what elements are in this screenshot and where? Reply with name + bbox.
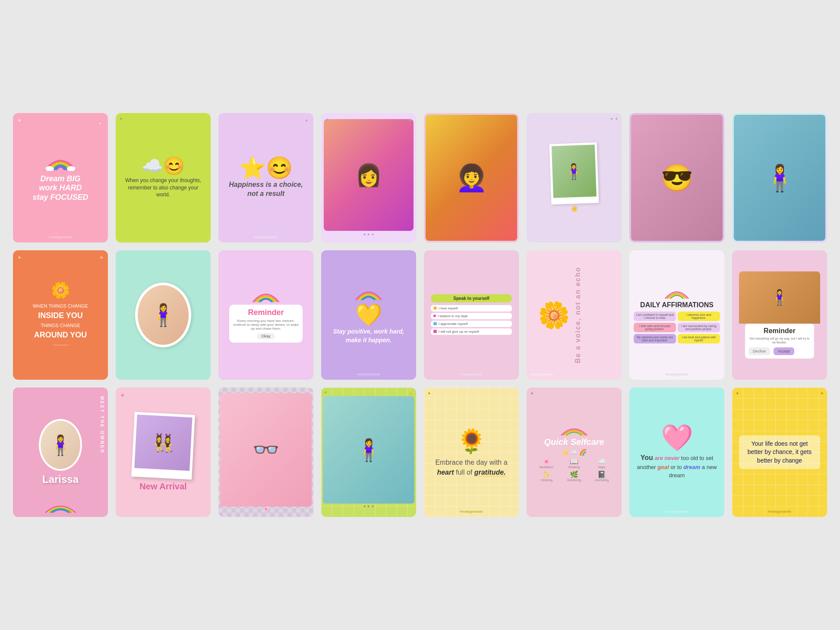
speak-content: Speak to yourself I love myself I believ… bbox=[431, 294, 512, 336]
selfcare-reading: 📖 Reading bbox=[561, 457, 587, 469]
reminder2-body: Not everything will go my way, but I wil… bbox=[748, 337, 811, 345]
cloud-icon: ☁️😊 bbox=[142, 157, 185, 174]
card-checkered: 👓 🌸 bbox=[218, 387, 313, 517]
decline-button[interactable]: Decline bbox=[748, 347, 770, 355]
reminder2-title: Reminder bbox=[748, 327, 811, 335]
affirmation-3: I appreciate myself bbox=[431, 321, 512, 327]
flower-small: 🌸 bbox=[263, 507, 268, 511]
aff-cell-6: I am kind and patient with myself. bbox=[678, 334, 720, 343]
owner-name: Larissa bbox=[42, 473, 79, 485]
selfcare-gardening: 🌿 Gardening bbox=[561, 470, 587, 482]
hashtag-24: #reallygreatsite bbox=[768, 510, 791, 513]
card-grid-photo: ✦ ★ 🧍‍♀️ ★ ★ ★ bbox=[321, 387, 416, 517]
hashtag-15: #reallygreatsite bbox=[665, 372, 688, 376]
card-dream-big: ✦ ✦ Dream BIG work HARD stay FOCUSED #re… bbox=[13, 113, 108, 243]
life-better-text: Your life does not get better by chance,… bbox=[739, 435, 820, 469]
aff-cell-5: My opinions and needs are valid and impo… bbox=[634, 334, 676, 343]
new-arrival-frame: 👯‍♀️ bbox=[131, 412, 195, 479]
never-too-old-text: You are never too old to set another goa… bbox=[636, 453, 717, 480]
card-quick-selfcare: ✦ Quick Selfcare ⭐ ☁️ 🌈 🌸 Meditation 📖 R… bbox=[527, 387, 622, 517]
embrace-text: Embrace the day with a heart full of gra… bbox=[431, 458, 512, 477]
affirmation-4: I will not give up on myself bbox=[431, 328, 512, 335]
stay-positive-text: Stay positive, work hard, make it happen… bbox=[328, 328, 409, 344]
decline-accept-group: Decline Accept bbox=[748, 347, 811, 355]
hashtag-1: #reallygreatsite bbox=[49, 235, 72, 239]
selfcare-cleaning: ✨ Cleaning bbox=[534, 470, 559, 482]
hashtag-23: #reallygreatsite bbox=[665, 510, 688, 513]
aff-cell-2: I deserve love and happiness. bbox=[678, 312, 720, 321]
card-photo-rainbow: ✦ ✦ 🧍‍♀️ ☀️ bbox=[527, 113, 622, 243]
affirmations-grid: I am confident in myself and I choose to… bbox=[634, 312, 720, 343]
reminder-body: Every morning you have two choices: cont… bbox=[233, 319, 299, 331]
flower-voice-icon: 🌼 bbox=[534, 300, 574, 331]
photo-smiling: 😎 bbox=[631, 115, 723, 241]
checkered-photo: 👓 bbox=[220, 393, 312, 507]
heart-smile-icon: 🩷 bbox=[661, 425, 693, 451]
rainbow-icon-17 bbox=[43, 501, 78, 513]
card-new-arrival: ✦ 👯‍♀️ New Arrival bbox=[116, 387, 211, 517]
grid-photo: 🧍‍♀️ bbox=[323, 396, 414, 503]
accept-button[interactable]: Accept bbox=[774, 347, 794, 355]
quick-selfcare-title: Quick Selfcare bbox=[544, 437, 604, 447]
reminder-title: Reminder bbox=[233, 308, 299, 317]
daily-affirmations-title: DAILY AFFIRMATIONS bbox=[640, 301, 714, 309]
affirmation-2: I believe in my style bbox=[431, 313, 512, 319]
selfcare-meditation: 🌸 Meditation bbox=[534, 457, 559, 469]
change-thoughts-text: When you change your thoughts, remember … bbox=[123, 177, 204, 198]
embrace-content: 🌻 Embrace the day with a heart full of g… bbox=[431, 427, 512, 477]
aff-cell-4: I am surrounded by caring and positive p… bbox=[678, 323, 720, 332]
stars-small: ★ ★ ★ bbox=[363, 504, 374, 508]
photo-reminder2: 🧍‍♀️ bbox=[739, 271, 820, 324]
card-photo-sunglasses: ✦ ✦ 👩 ★ ★ ★ bbox=[321, 113, 416, 243]
rainbow-icon bbox=[43, 154, 78, 171]
photo-sunglasses: 👩 bbox=[324, 119, 414, 231]
card-photo-friends: 🧍‍♀️ bbox=[116, 250, 211, 380]
rainbow-icon-11 bbox=[251, 288, 281, 303]
card-speak-yourself: Speak to yourself I love myself I believ… bbox=[424, 250, 519, 380]
new-arrival-label: New Arrival bbox=[139, 482, 186, 491]
stay-focused-text: stay FOCUSED bbox=[32, 193, 88, 202]
photo-gradient: 🧍‍♀️ bbox=[734, 115, 825, 241]
card-happiness: ✦ ⭐😊 Happiness is a choice, not a result… bbox=[218, 113, 313, 243]
aff-cell-1: I am confident in myself and I choose to… bbox=[634, 312, 676, 321]
photo-friends: 🧍‍♀️ bbox=[135, 283, 191, 347]
card-meet-owner: MEET THE OWNER 🧍‍♀️ Larissa bbox=[13, 387, 108, 517]
card-embrace-day: ✦ 🌻 Embrace the day with a heart full of… bbox=[424, 387, 519, 517]
hashtag-13: #reallygreatsite bbox=[460, 372, 483, 376]
selfcare-journaling: 📓 Journaling bbox=[589, 470, 615, 482]
hashtag-3: #reallygreatsite bbox=[254, 235, 278, 239]
star-icon: ⭐😊 bbox=[239, 157, 293, 179]
meet-owner-text: MEET THE OWNER bbox=[100, 396, 104, 454]
card-reminder2: 🧍‍♀️ Reminder Not everything will go my … bbox=[732, 250, 827, 380]
be-voice-text: Be a voice, not an echo bbox=[574, 267, 615, 363]
speak-label: Speak to yourself bbox=[431, 294, 512, 302]
reminder2-box: Reminder Not everything will go my way, … bbox=[745, 324, 814, 359]
polaroid-frame: 🧍‍♀️ bbox=[549, 142, 599, 205]
flower-smile-icon: 🌻 bbox=[457, 427, 486, 455]
okay-button[interactable]: Okay bbox=[257, 333, 275, 339]
hashtag-12: #reallygreatsite bbox=[357, 372, 380, 376]
card-when-things-change: ✦ ✦ 🌼 WHEN THINGS CHANGE INSIDE YOU THIN… bbox=[13, 250, 108, 380]
photo-braids: 👩‍🦱 bbox=[426, 115, 517, 241]
card-gradient-photo: 🧍‍♀️ bbox=[732, 113, 827, 243]
dream-big-text: Dream BIG bbox=[40, 174, 80, 184]
reminder-box: Reminder Every morning you have two choi… bbox=[229, 305, 302, 343]
rainbow-icon-12 bbox=[354, 286, 384, 301]
flower-icon-card9: 🌼 bbox=[51, 281, 70, 299]
card-life-better: ✦ ✦ Your life does not get better by cha… bbox=[732, 387, 827, 517]
card-stay-positive: 💛 Stay positive, work hard, make it happ… bbox=[321, 250, 416, 380]
work-hard-text: work HARD bbox=[39, 183, 82, 193]
card-reminder: Reminder Every morning you have two choi… bbox=[218, 250, 313, 380]
card-never-too-old: 🩷 You are never too old to set another g… bbox=[629, 387, 724, 517]
heart-smiley-icon: 💛 bbox=[355, 304, 382, 326]
affirmation-1: I love myself bbox=[431, 305, 512, 312]
card-photo-braids: 👩‍🦱 bbox=[424, 113, 519, 243]
rainbow-icon-15 bbox=[664, 287, 690, 299]
happiness-text: Happiness is a choice, not a result bbox=[225, 180, 306, 198]
selfcare-naps: ☁️ Naps bbox=[589, 457, 615, 469]
aff-cell-3: I feel calm and focused going positive. bbox=[634, 323, 676, 332]
star-decoration: ★ ★ ★ bbox=[363, 233, 374, 236]
hashtag-21: #reallygreatsite bbox=[460, 510, 483, 513]
card-daily-affirmations: DAILY AFFIRMATIONS I am confident in mys… bbox=[629, 250, 724, 380]
main-grid: ✦ ✦ Dream BIG work HARD stay FOCUSED #re… bbox=[13, 113, 827, 517]
